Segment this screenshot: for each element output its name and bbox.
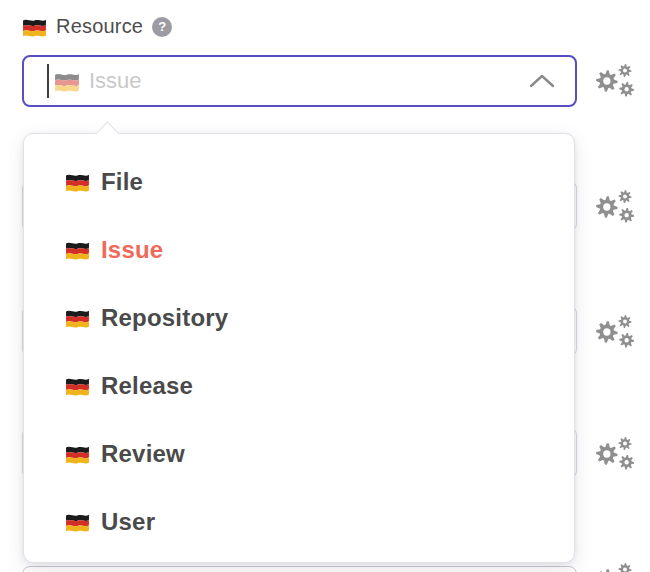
settings-gears-button[interactable] xyxy=(592,61,636,101)
dropdown-item-label: Review xyxy=(101,440,185,468)
resource-dropdown: File Issue Repository Release Review Use… xyxy=(23,133,575,563)
field-label: Resource xyxy=(56,15,143,38)
settings-gears-button[interactable] xyxy=(592,434,636,474)
dropdown-item-label: Repository xyxy=(101,304,228,332)
germany-flag-icon xyxy=(65,240,90,260)
germany-flag-icon xyxy=(22,17,47,37)
dropdown-item-label: User xyxy=(101,508,155,536)
dropdown-item-label: File xyxy=(101,168,143,196)
germany-flag-icon xyxy=(65,172,90,192)
form-page: Resource ? Issue File Issue Repository R… xyxy=(0,0,650,572)
germany-flag-icon xyxy=(65,444,90,464)
dropdown-item-list: File Issue Repository Release Review Use… xyxy=(24,134,574,562)
dropdown-item-release[interactable]: Release xyxy=(24,352,574,420)
help-icon[interactable]: ? xyxy=(152,17,172,37)
dropdown-item-label: Release xyxy=(101,372,193,400)
input-placeholder: Issue xyxy=(89,68,142,94)
germany-flag-icon xyxy=(65,512,90,532)
dropdown-item-file[interactable]: File xyxy=(24,148,574,216)
settings-gears-button[interactable] xyxy=(592,560,636,572)
dropdown-item-issue[interactable]: Issue xyxy=(24,216,574,284)
dropdown-item-review[interactable]: Review xyxy=(24,420,574,488)
resource-select-input[interactable]: Issue xyxy=(22,55,577,107)
settings-gears-button[interactable] xyxy=(592,187,636,227)
germany-flag-icon xyxy=(54,71,80,92)
field-label-row: Resource ? xyxy=(22,15,172,38)
dropdown-item-user[interactable]: User xyxy=(24,488,574,556)
chevron-up-icon[interactable] xyxy=(529,74,555,88)
germany-flag-icon xyxy=(65,376,90,396)
dropdown-item-repository[interactable]: Repository xyxy=(24,284,574,352)
germany-flag-icon xyxy=(65,308,90,328)
dropdown-item-label: Issue xyxy=(101,236,163,264)
text-cursor xyxy=(47,64,49,98)
background-input-row-partial[interactable] xyxy=(22,566,577,572)
settings-gears-button[interactable] xyxy=(592,312,636,352)
